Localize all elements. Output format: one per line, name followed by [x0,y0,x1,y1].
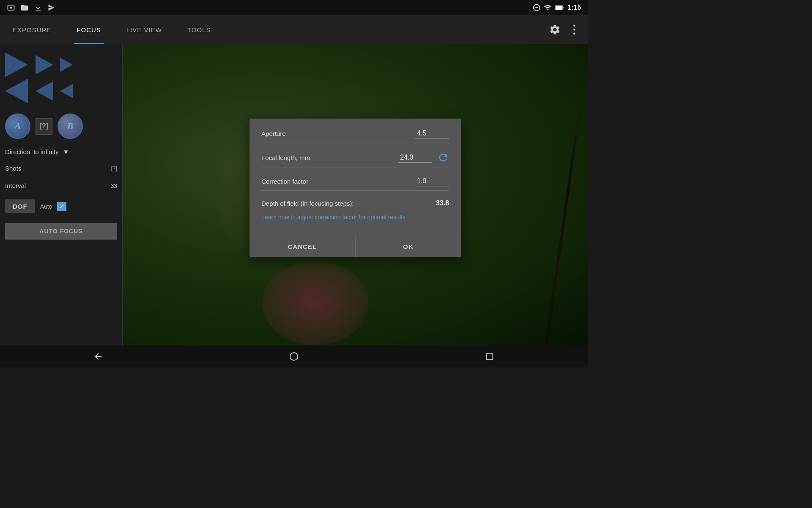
interval-label: Interval [5,182,26,189]
direction-label: Direction [5,148,30,155]
camera-view: Aperture Focal length, mm Correction fa [123,44,588,345]
mode-b-button[interactable]: B [58,113,83,139]
tab-exposure[interactable]: EXPOSURE [0,15,64,44]
mode-row: A [?] B [0,110,122,142]
sidebar: A [?] B Direction to infinity ▼ Shots [?… [0,44,123,345]
shots-help[interactable]: [?] [111,165,117,171]
svg-rect-5 [562,7,563,8]
focus-forward-small-btn[interactable] [60,58,75,72]
refresh-icon[interactable] [437,152,449,163]
aperture-field: Aperture [261,129,449,143]
svg-point-1 [10,7,12,9]
auto-label: Auto [40,203,52,210]
navigation-bar [0,345,588,367]
auto-focus-button[interactable]: AUTO FOCUS [5,223,117,240]
tab-bar-actions [549,24,588,36]
svg-rect-11 [487,353,493,360]
dof-section: DOF Auto ✓ [0,196,122,217]
focal-length-field: Focal length, mm [261,152,449,168]
tab-tools[interactable]: TOOLS [175,15,224,44]
focal-length-input[interactable] [398,153,432,163]
main-layout: A [?] B Direction to infinity ▼ Shots [?… [0,44,588,345]
dialog-buttons: CANCEL OK [250,236,461,257]
correction-factor-field: Correction factor [261,177,449,191]
focal-length-label: Focal length, mm [261,154,398,161]
svg-point-8 [573,29,576,31]
svg-rect-6 [555,6,562,9]
arrow-row-forward [5,52,117,77]
cancel-button[interactable]: CANCEL [250,236,356,257]
shots-row: Shots [?] [0,161,122,175]
mode-a-button[interactable]: A [5,113,30,139]
correction-factor-label: Correction factor [261,178,415,185]
ok-button[interactable]: OK [356,236,461,257]
home-button[interactable] [285,348,302,365]
recent-apps-button[interactable] [481,348,498,365]
dof-dialog: Aperture Focal length, mm Correction fa [250,119,461,257]
focus-backward-medium-btn[interactable] [36,81,57,101]
tab-liveview[interactable]: LIVE VIEW [114,15,175,44]
correction-factor-input[interactable] [415,177,449,186]
learn-more-link[interactable]: Learn how to adjust correction factor fo… [261,214,449,221]
arrow-row-backward [5,79,117,103]
dof-result-label: Depth of field (in focusing steps): [261,200,436,207]
aperture-input[interactable] [415,129,449,138]
shots-label: Shots [5,165,21,172]
direction-row: Direction to infinity ▼ [0,146,122,158]
dnd-icon [533,4,540,11]
more-options-icon[interactable] [569,24,579,36]
interval-row: Interval 33 [0,179,122,193]
svg-point-7 [573,25,576,27]
aperture-label: Aperture [261,130,415,137]
tab-focus[interactable]: FOCUS [64,15,114,44]
dof-button[interactable]: DOF [5,199,35,213]
focus-forward-large-btn[interactable] [5,52,32,77]
download-icon [34,3,42,12]
focus-backward-small-btn[interactable] [60,84,75,98]
svg-point-10 [290,353,298,360]
help-button[interactable]: [?] [36,118,52,135]
folder-icon [20,3,29,12]
interval-value: 33 [110,182,117,189]
status-bar-right-icons: 1:15 [533,4,581,11]
tab-bar: EXPOSURE FOCUS LIVE VIEW TOOLS [0,15,588,44]
screenshot-icon [7,3,15,12]
dialog-content: Aperture Focal length, mm Correction fa [250,119,461,236]
focus-backward-large-btn[interactable] [5,79,32,103]
direction-select[interactable]: to infinity ▼ [33,148,69,155]
auto-checkbox[interactable]: ✓ [57,202,66,211]
dof-result-row: Depth of field (in focusing steps): 33.8 [261,199,449,207]
battery-icon [555,5,564,11]
playstore-icon [47,3,56,12]
wifi-icon [544,4,551,11]
time-display: 1:15 [568,4,581,11]
settings-icon[interactable] [549,24,561,36]
status-bar-left-icons [7,3,56,12]
back-button[interactable] [90,348,107,365]
focus-arrows-section [0,49,122,107]
focus-forward-medium-btn[interactable] [36,55,57,75]
svg-point-9 [573,33,576,35]
status-bar: 1:15 [0,0,588,15]
chevron-down-icon: ▼ [63,148,69,155]
dof-result-value: 33.8 [436,199,449,207]
